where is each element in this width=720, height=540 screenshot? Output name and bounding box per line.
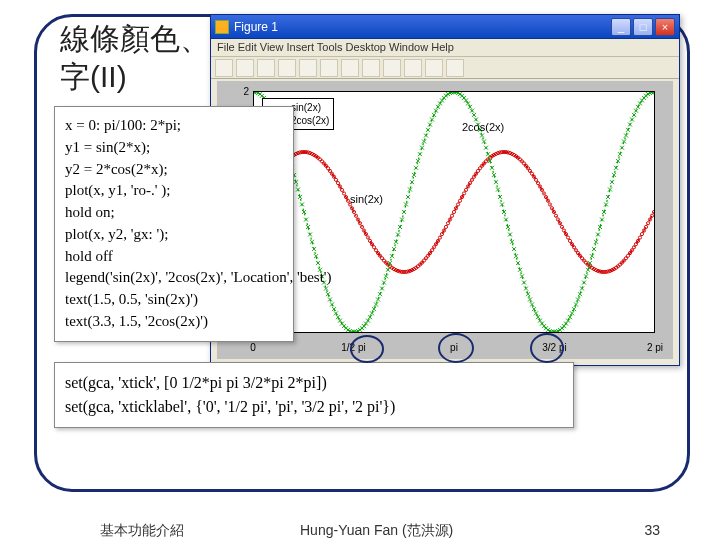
minimize-button[interactable]: _ bbox=[611, 18, 631, 36]
svg-point-100 bbox=[452, 210, 455, 213]
maximize-button[interactable]: □ bbox=[633, 18, 653, 36]
text-annotation-cos: 2cos(2x) bbox=[462, 121, 504, 133]
footer-left: 基本功能介紹 bbox=[100, 522, 184, 540]
toolbar-open-icon[interactable] bbox=[236, 59, 254, 77]
legend-label-b: 2cos(2x) bbox=[291, 114, 329, 127]
legend-label-a: sin(2x) bbox=[291, 101, 321, 114]
svg-point-139 bbox=[530, 172, 533, 175]
toolbar-pan-icon[interactable] bbox=[362, 59, 380, 77]
text-annotation-sin: sin(2x) bbox=[350, 193, 383, 205]
figure-toolbar[interactable] bbox=[211, 57, 679, 79]
toolbar-save-icon[interactable] bbox=[257, 59, 275, 77]
callout-ellipse-1 bbox=[350, 335, 384, 363]
svg-point-141 bbox=[534, 178, 537, 181]
close-button[interactable]: × bbox=[655, 18, 675, 36]
svg-point-102 bbox=[456, 203, 459, 206]
code-block-2: set(gca, 'xtick', [0 1/2*pi pi 3/2*pi 2*… bbox=[54, 362, 574, 428]
footer-center: Hung-Yuan Fan (范洪源) bbox=[300, 522, 453, 540]
toolbar-legend-icon[interactable] bbox=[446, 59, 464, 77]
svg-point-103 bbox=[458, 199, 461, 202]
figure-title-text: Figure 1 bbox=[234, 20, 278, 34]
figure-titlebar[interactable]: Figure 1 _ □ × bbox=[211, 15, 679, 39]
matlab-figure-icon bbox=[215, 20, 229, 34]
figure-menubar[interactable]: File Edit View Insert Tools Desktop Wind… bbox=[211, 39, 679, 57]
svg-point-41 bbox=[334, 178, 337, 181]
callout-ellipse-3 bbox=[530, 333, 564, 363]
footer-page-number: 33 bbox=[644, 522, 660, 538]
toolbar-print-icon[interactable] bbox=[278, 59, 296, 77]
y-tick-label: 2 bbox=[221, 86, 249, 97]
svg-point-42 bbox=[336, 181, 339, 184]
svg-point-96 bbox=[444, 225, 447, 228]
code-block-1: x = 0: pi/100: 2*pi; y1 = sin(2*x); y2 =… bbox=[54, 106, 294, 342]
toolbar-cursor-icon[interactable] bbox=[299, 59, 317, 77]
toolbar-zoomout-icon[interactable] bbox=[341, 59, 359, 77]
title-line2: 字(II) bbox=[60, 60, 127, 93]
svg-point-90 bbox=[432, 246, 435, 249]
toolbar-new-icon[interactable] bbox=[215, 59, 233, 77]
toolbar-colorbar-icon[interactable] bbox=[425, 59, 443, 77]
axes: sin(2x) 2cos(2x) sin(2x) 2cos(2x) bbox=[253, 91, 655, 333]
svg-point-158 bbox=[568, 239, 571, 242]
svg-point-190 bbox=[632, 246, 635, 249]
svg-point-60 bbox=[372, 246, 375, 249]
toolbar-zoomin-icon[interactable] bbox=[320, 59, 338, 77]
svg-point-89 bbox=[430, 249, 433, 252]
svg-point-160 bbox=[572, 246, 575, 249]
x-tick-label: 2 pi bbox=[647, 342, 663, 353]
toolbar-rotate-icon[interactable] bbox=[383, 59, 401, 77]
svg-point-97 bbox=[446, 222, 449, 225]
toolbar-datatip-icon[interactable] bbox=[404, 59, 422, 77]
callout-ellipse-2 bbox=[438, 333, 474, 363]
svg-point-99 bbox=[450, 214, 453, 217]
svg-point-194 bbox=[640, 232, 643, 235]
svg-point-193 bbox=[638, 236, 641, 239]
svg-point-157 bbox=[566, 236, 569, 239]
x-tick-label: 0 bbox=[250, 342, 256, 353]
